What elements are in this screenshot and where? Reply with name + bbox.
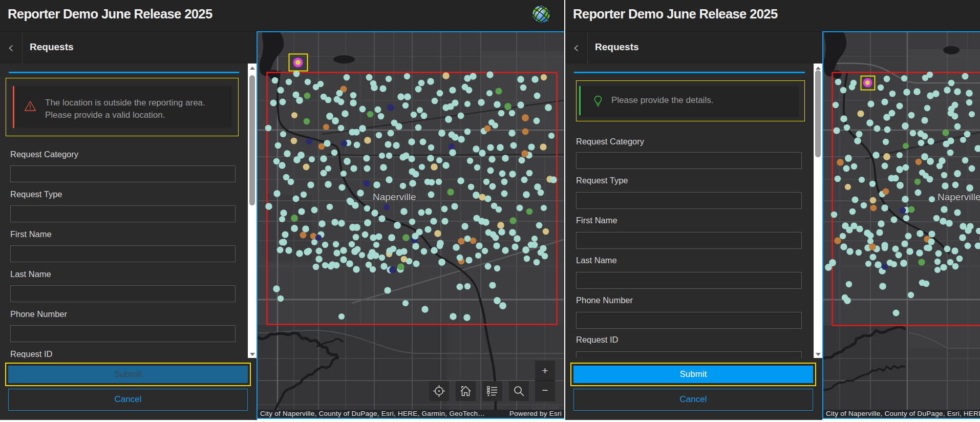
svg-text:Naperville: Naperville — [938, 192, 980, 202]
svg-text:Naperville: Naperville — [373, 192, 416, 202]
